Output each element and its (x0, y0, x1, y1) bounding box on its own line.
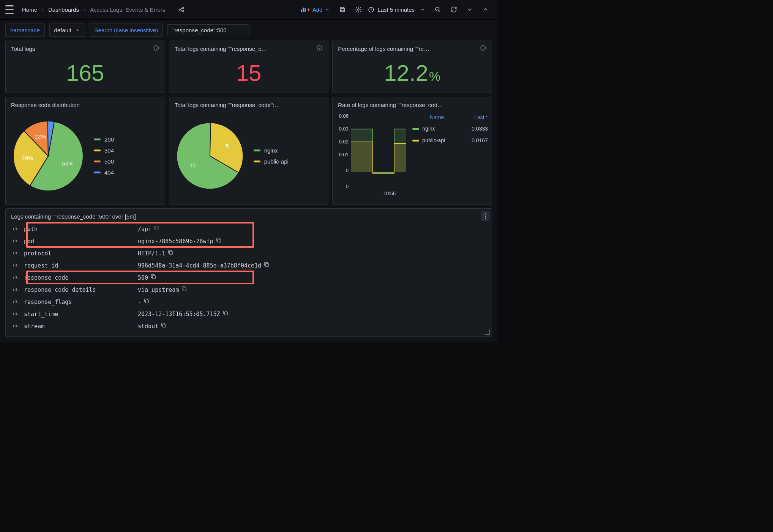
legend-label: 500 (104, 157, 114, 165)
panel-title: Total logs containing ""response_c… (175, 45, 267, 53)
log-field-row: response_flags - (10, 296, 276, 308)
copy-icon[interactable] (222, 310, 229, 316)
refresh-icon[interactable] (447, 3, 460, 16)
var-search-label[interactable]: Search (case insensitive) (90, 24, 163, 37)
crumb-home[interactable]: Home (21, 4, 38, 15)
log-field-value: 2023-12-13T16:55:05.715Z (138, 311, 220, 318)
copy-icon[interactable] (181, 286, 187, 292)
crumb-sep: › (84, 6, 85, 14)
log-field-value: HTTP/1.1 (138, 250, 165, 257)
log-field-key: pod (22, 235, 136, 247)
copy-icon[interactable] (167, 249, 174, 255)
col-last[interactable]: Last * (461, 114, 488, 121)
resize-handle[interactable] (485, 329, 490, 335)
svg-rect-33 (163, 324, 166, 327)
svg-text:0: 0 (346, 184, 349, 189)
swatch (94, 139, 101, 140)
col-name[interactable]: Name (412, 114, 461, 121)
series-row[interactable]: nginx0.0333 (412, 123, 488, 135)
svg-text:29%: 29% (22, 155, 33, 161)
timeseries-chart: 0.06 0.03 0.02 0.01 0 0 (336, 112, 409, 196)
add-label: Add (312, 6, 323, 14)
stats-icon[interactable] (13, 250, 19, 257)
legend-item[interactable]: public-api (254, 157, 289, 165)
stat-pct: 12.2% (384, 57, 440, 89)
legend-item[interactable]: 304 (94, 146, 114, 154)
series-name: public-api (422, 137, 461, 145)
stats-icon[interactable] (13, 262, 19, 269)
log-field-key: stream (22, 320, 136, 332)
info-icon[interactable] (153, 45, 159, 53)
swatch (94, 172, 101, 173)
var-namespace-select[interactable]: default (49, 24, 85, 37)
timeseries-table: NameLast * nginx0.0333public-api0.0167 (412, 112, 488, 200)
stats-icon[interactable] (13, 274, 19, 281)
pie-chart: 56%29%12% (10, 118, 86, 194)
stats-icon[interactable] (13, 323, 19, 330)
stats-icon[interactable] (13, 286, 19, 293)
svg-text:0.02: 0.02 (339, 139, 349, 145)
series-value: 0.0167 (461, 137, 488, 145)
log-field-value: - (138, 299, 141, 305)
log-field-value: via_upstream (138, 286, 179, 293)
save-icon[interactable] (336, 3, 349, 16)
panel-menu[interactable] (481, 211, 489, 221)
zoom-out-icon[interactable] (431, 3, 444, 16)
gear-icon[interactable] (352, 3, 365, 16)
copy-icon[interactable] (216, 237, 222, 243)
panel-title: Logs containing ""response_code":500" ov… (11, 212, 136, 220)
time-picker[interactable]: Last 5 minutes (365, 4, 428, 15)
crumb-dashboards[interactable]: Dashboards (47, 4, 80, 15)
copy-icon[interactable] (150, 274, 156, 280)
copy-icon[interactable] (154, 225, 160, 231)
svg-rect-29 (152, 275, 155, 279)
svg-text:10: 10 (189, 162, 196, 168)
svg-rect-21 (351, 142, 373, 172)
stats-icon[interactable] (13, 226, 19, 233)
legend-item[interactable]: 200 (94, 135, 114, 143)
svg-text:12%: 12% (35, 133, 46, 140)
log-field-row: request_id 996d548a-31a4-4cd4-885e-a37b8… (10, 260, 276, 272)
stats-icon[interactable] (13, 311, 19, 318)
series-row[interactable]: public-api0.0167 (412, 135, 488, 147)
panel-title: Percentage of logs containing ""re… (338, 45, 429, 53)
copy-icon[interactable] (263, 261, 270, 268)
swatch (94, 150, 101, 151)
log-field-row: path /api (10, 223, 276, 235)
swatch (412, 128, 419, 130)
log-field-value: /api (138, 226, 151, 233)
svg-text:56%: 56% (62, 160, 74, 167)
swatch (254, 150, 260, 151)
svg-rect-32 (224, 312, 227, 315)
series-value: 0.0333 (461, 125, 488, 133)
var-namespace-label[interactable]: namespace (5, 24, 45, 37)
legend-item[interactable]: 404 (94, 168, 114, 176)
legend: nginxpublic-api (254, 146, 289, 165)
stats-icon[interactable] (13, 299, 19, 305)
info-icon[interactable] (480, 45, 486, 53)
copy-icon[interactable] (161, 322, 167, 328)
log-field-value: nginx-7885c5869b-28wfp (138, 238, 213, 245)
swatch (94, 161, 101, 162)
stats-icon[interactable] (13, 238, 19, 245)
svg-rect-26 (218, 239, 221, 242)
legend-item[interactable]: nginx (254, 146, 289, 154)
svg-text:5: 5 (226, 143, 229, 149)
swatch (254, 161, 260, 162)
copy-icon[interactable] (144, 298, 150, 304)
svg-point-3 (358, 9, 360, 11)
menu-toggle[interactable] (5, 5, 14, 14)
info-icon[interactable] (316, 45, 323, 53)
panel-title: Total logs containing ""response_code":… (175, 101, 280, 109)
legend-label: 304 (104, 146, 114, 154)
refresh-dropdown-icon[interactable] (463, 3, 476, 16)
share-icon[interactable] (175, 3, 188, 16)
svg-rect-23 (394, 143, 406, 172)
crumb-current: Access Logs: Events & Errors (89, 4, 166, 15)
var-namespace-value: default (54, 26, 71, 34)
add-button[interactable]: + Add (298, 4, 333, 15)
search-input[interactable] (167, 24, 249, 36)
legend-item[interactable]: 500 (94, 157, 114, 165)
collapse-up-icon[interactable] (479, 3, 492, 16)
log-field-key: response_code_details (22, 284, 136, 296)
